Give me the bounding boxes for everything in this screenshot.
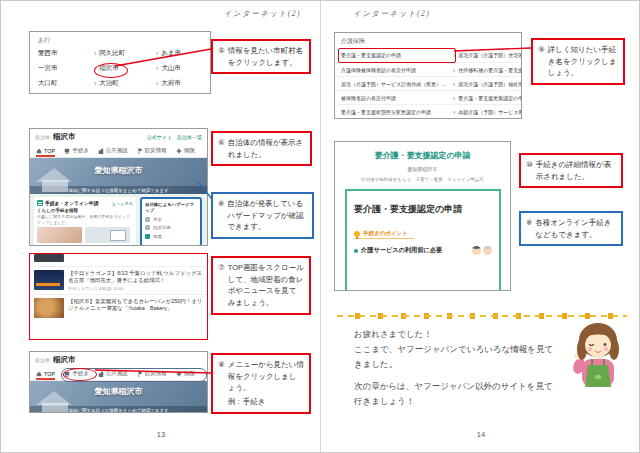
lightbulb-icon [354, 231, 360, 237]
municipality-link[interactable]: 大口町 [38, 79, 94, 88]
bullet-icon [354, 249, 358, 253]
note-hazard-map: ※ 自治体が発表しているハザードマップが確認できます。 [211, 192, 314, 239]
hazard-item-label[interactable]: 洪水 [153, 217, 162, 222]
hazard-item-label[interactable]: 内水氾濫 [153, 225, 171, 230]
point-label: 手続きのポイント [363, 230, 408, 237]
tab-public-facilities[interactable]: 公共施設 [98, 144, 128, 157]
municipality-link[interactable]: 愛西市 [38, 49, 94, 58]
site-nav: TOP 手続き 公共施設 防災情報 病院 [30, 144, 207, 158]
tab-disaster-info[interactable]: 防災情報 [137, 144, 167, 157]
hazard-item-label[interactable]: 地震 [153, 234, 162, 239]
step-number: ⑤ [218, 45, 225, 68]
hero-subtitle: 地域に関する様々な情報をまとめて確認できます [30, 406, 207, 413]
inland-flood-icon [145, 225, 150, 230]
procedure-category-label: 介護保険 [341, 37, 365, 46]
procedure-link[interactable]: 被保険者証の再交付申請 [341, 95, 453, 101]
site-header: 自治体 稲沢市 [30, 352, 207, 367]
news-title[interactable]: 【稲沢市】音楽鑑賞もできるカレーパンが250円！オリジナルメニュー豊富な「Yut… [68, 298, 203, 313]
tab-top[interactable]: TOP [36, 144, 55, 157]
procedure-link[interactable]: 要介護・要支援更新認定の申請 [458, 95, 521, 101]
procedure-link[interactable]: 介護保険被保険者証の再交付申請 [341, 67, 453, 73]
news-meta: 中日ドラゴンズ 6/8(金) 12:00 [68, 286, 203, 291]
municipality-link[interactable]: 大府市 [161, 79, 181, 88]
municipality-link[interactable]: 一宮市 [38, 64, 94, 73]
step-text: 情報を見たい市町村名をクリックします。 [228, 45, 304, 68]
highlight-circle-inazawa [94, 63, 128, 78]
procedure-link[interactable]: 居宅（介護予防）サービス計画作成（変更）… [341, 81, 453, 87]
news-item: 【稲沢市】音楽鑑賞もできるカレーパンが250円！オリジナルメニュー豊富な「Yut… [30, 295, 207, 321]
step-text: 自治体の情報が表示されました。 [228, 137, 305, 160]
step-number: ⑧ [218, 359, 225, 408]
chevron-icon: › [156, 80, 158, 87]
procedure-link[interactable]: 高額介護（予防）サービス費の支給 [458, 109, 521, 115]
municipality-link[interactable]: 阿久比町 [99, 49, 125, 58]
news-thumbnail-bakery [34, 298, 64, 318]
step-text: TOP画面をスクロールして、地域密着の食レポやニュースを見てみましょう。 [228, 262, 304, 309]
tab-label: 公共施設 [106, 147, 128, 154]
tab-label: 手続き [72, 147, 89, 154]
municipality-link[interactable]: 犬山市 [161, 64, 181, 73]
step-text: 手続きの詳細情報が表示されました。 [536, 159, 616, 182]
tab-top[interactable]: TOP [36, 367, 55, 380]
guide-character-illustration [566, 319, 628, 411]
running-header-left: インターネット(2) [183, 9, 301, 19]
more-link[interactable]: もっと見る [112, 201, 133, 206]
news-thumbnail-baseball [34, 270, 64, 290]
note-mark: ※ [526, 217, 532, 240]
detail-tags[interactable]: 給付金や補助金をもらう 子育て・教育 オンライン申請可 [335, 177, 510, 182]
procedure-link[interactable]: 居宅介護（介護予防）福祉用具購入費 [458, 81, 521, 87]
highlight-circle-procedures-tab [63, 368, 97, 381]
procedure-link[interactable]: 要介護・要支援状態区分変更認定の申請 [341, 109, 453, 115]
tab-label: TOP [44, 148, 55, 154]
brand-name: 稲沢市 [53, 355, 76, 365]
hero-banner: 愛知県稲沢市 地域に関する様々な情報をまとめて確認できます [30, 158, 207, 194]
news-title[interactable]: 【中日ドラゴンズ】6/13 千葉ロッテ戦 ウルフドッグス名古屋「傳田亮太」選手に… [68, 270, 203, 285]
municipality-group-label: あ行 [38, 36, 50, 45]
highlight-rect-application [338, 48, 456, 63]
procedures-icon [64, 148, 70, 154]
document-icon [37, 200, 43, 206]
detail-city-label: 愛知県稲沢市 [335, 166, 510, 172]
closing-message: お疲れさまでした！ ここまで、ヤフージャパンでいろいろな情報を見て きました。 … [354, 327, 566, 408]
brand-label: 自治体 [35, 134, 50, 140]
callout-step10: ⑩ 手続きの詳細情報が表示されました。 [519, 153, 623, 188]
brand-label: 自治体 [35, 357, 50, 363]
header-links[interactable]: 公式サイト 自治体一覧 [147, 134, 202, 140]
note-mark: ※ [218, 198, 224, 233]
procedure-link[interactable]: 住所移転後の要介護・要支援認定申請 [458, 67, 521, 73]
closing-line: ここまで、ヤフージャパンでいろいろな情報を見て [354, 342, 566, 357]
news-thumbnail [34, 254, 64, 262]
tab-hospital[interactable]: 病院 [176, 144, 195, 157]
callout-step7: ⑦ TOP画面をスクロールして、地域密着の食レポやニュースを見てみましょう。 [211, 256, 311, 315]
step-number: ⑨ [538, 44, 545, 79]
callout-step6: ⑥ 自治体の情報が表示されました。 [211, 131, 312, 166]
city-menu-screenshot: 自治体 稲沢市 TOP 手続き 公共施設 防災情報 病院 [29, 351, 208, 413]
detail-card-title: 要介護・要支援認定の申請 [354, 203, 492, 216]
page-body: 手続き・オンライン申請 もっと見る くらしの手続き情報 引越しに関する届出情報や… [30, 194, 207, 246]
running-header-right: インターネット(2) [353, 9, 471, 19]
photo-hands [37, 227, 82, 243]
closing-line: 次の章からは、ヤフージャパン以外のサイトを見て [354, 379, 566, 394]
procedures-card-title: 手続き・オンライン申請 [45, 200, 98, 206]
tab-label: TOP [44, 371, 55, 377]
hero-subtitle: 地域に関する様々な情報をまとめて確認できます [30, 186, 207, 194]
step-text-example: 例：手続き [228, 396, 304, 408]
municipality-link[interactable]: 大治町 [99, 79, 119, 88]
chevron-icon: › [453, 81, 455, 88]
tab-label: 防災情報 [145, 147, 167, 154]
procedures-desc: 引越しに関する届出情報や、各種の手続きをピックアップしました。 [37, 214, 133, 225]
hero-title: 愛知県稲沢市 [30, 165, 207, 176]
point-item-text: 介護サービスの利用前に必要 [361, 246, 442, 255]
procedures-card: 手続き・オンライン申請 もっと見る くらしの手続き情報 引越しに関する届出情報や… [34, 197, 136, 245]
step-text-main: メニューから見たい情報をクリックしましょう。 [228, 360, 304, 392]
procedure-detail-card: 要介護・要支援認定の申請 手続きのポイント 介護サービスの利用前に必要 [345, 189, 501, 291]
photo-id-card [85, 227, 130, 243]
news-item-partial [30, 254, 207, 267]
closing-line: 行きましょう！ [354, 394, 566, 409]
chevron-icon: › [156, 50, 158, 57]
city-top-page-screenshot: 自治体 稲沢市 公式サイト 自治体一覧 TOP 手続き 公共施設 防災情報 [29, 128, 208, 246]
procedure-link[interactable]: 居宅介護（介護予防）住宅改修費の支給 [458, 52, 521, 58]
municipality-link[interactable]: あま市 [161, 49, 181, 58]
news-feed-screenshot: 【中日ドラゴンズ】6/13 千葉ロッテ戦 ウルフドッグス名古屋「傳田亮太」選手に… [29, 253, 208, 340]
tab-procedures[interactable]: 手続き [64, 144, 89, 157]
